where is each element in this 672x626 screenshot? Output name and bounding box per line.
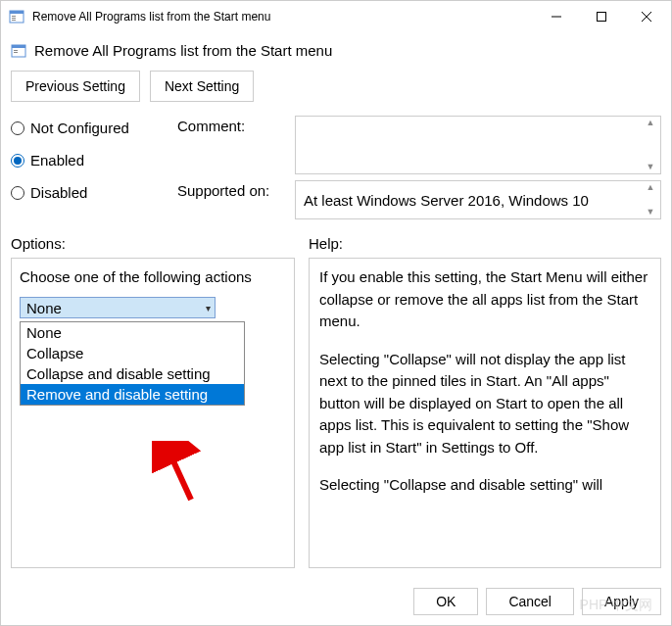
dropdown-list: None Collapse Collapse and disable setti… — [20, 321, 245, 406]
svg-rect-6 — [598, 13, 606, 22]
comment-label: Comment: — [177, 116, 285, 174]
comment-row: Comment: ▲▼ — [177, 116, 661, 174]
svg-rect-10 — [12, 45, 25, 48]
help-paragraph: Selecting "Collapse" will not display th… — [319, 349, 650, 459]
dropdown-item-remove-disable[interactable]: Remove and disable setting — [21, 384, 244, 405]
svg-rect-1 — [10, 11, 24, 14]
dialog-footer: OK Cancel Apply — [1, 578, 671, 625]
scroll-arrows: ▲▼ — [643, 181, 658, 218]
panel-labels: Options: Help: — [11, 235, 661, 252]
svg-rect-11 — [14, 50, 18, 51]
radio-label: Not Configured — [30, 120, 129, 136]
options-panel: Choose one of the following actions None… — [11, 258, 295, 568]
minimize-button[interactable] — [534, 1, 579, 32]
radio-icon — [11, 121, 24, 135]
svg-rect-12 — [14, 52, 18, 53]
ok-button[interactable]: OK — [413, 588, 478, 615]
svg-rect-2 — [12, 16, 16, 17]
svg-rect-4 — [12, 20, 16, 21]
next-setting-button[interactable]: Next Setting — [150, 71, 254, 102]
config-area: Not Configured Enabled Disabled Comment:… — [11, 116, 661, 219]
supported-value: At least Windows Server 2016, Windows 10 — [304, 192, 589, 209]
action-dropdown[interactable]: None ▾ — [20, 297, 216, 318]
svg-rect-3 — [12, 18, 16, 19]
app-icon — [9, 9, 24, 24]
cancel-button[interactable]: Cancel — [486, 588, 574, 615]
radio-label: Enabled — [30, 152, 84, 169]
policy-icon — [11, 43, 26, 59]
dropdown-item-collapse[interactable]: Collapse — [21, 343, 244, 363]
radio-icon — [11, 186, 24, 200]
radio-label: Disabled — [30, 184, 87, 201]
fields-column: Comment: ▲▼ Supported on: At least Windo… — [177, 116, 661, 219]
maximize-button[interactable] — [579, 1, 624, 32]
window-title: Remove All Programs list from the Start … — [32, 10, 534, 24]
options-prompt: Choose one of the following actions — [20, 268, 286, 285]
help-panel: If you enable this setting, the Start Me… — [309, 258, 661, 568]
policy-header: Remove All Programs list from the Start … — [11, 42, 661, 59]
supported-value-box: At least Windows Server 2016, Windows 10… — [295, 180, 661, 219]
dropdown-item-collapse-disable[interactable]: Collapse and disable setting — [21, 363, 244, 384]
help-label: Help: — [309, 235, 343, 252]
panels: Choose one of the following actions None… — [11, 258, 661, 568]
state-radio-group: Not Configured Enabled Disabled — [11, 116, 168, 219]
nav-buttons: Previous Setting Next Setting — [11, 71, 661, 102]
radio-not-configured[interactable]: Not Configured — [11, 120, 168, 136]
previous-setting-button[interactable]: Previous Setting — [11, 71, 140, 102]
help-paragraph: If you enable this setting, the Start Me… — [319, 266, 650, 333]
radio-enabled[interactable]: Enabled — [11, 152, 168, 169]
policy-title: Remove All Programs list from the Start … — [34, 42, 332, 59]
radio-disabled[interactable]: Disabled — [11, 184, 168, 201]
options-label: Options: — [11, 235, 295, 252]
content-area: Remove All Programs list from the Start … — [1, 32, 671, 578]
dropdown-item-none[interactable]: None — [21, 322, 244, 343]
chevron-down-icon: ▾ — [206, 303, 211, 313]
dialog-window: Remove All Programs list from the Start … — [0, 0, 672, 626]
help-paragraph: Selecting "Collapse and disable setting"… — [319, 474, 650, 497]
dropdown-selected: None — [26, 300, 62, 316]
comment-textarea[interactable]: ▲▼ — [295, 116, 661, 174]
close-button[interactable] — [624, 1, 669, 32]
apply-button[interactable]: Apply — [582, 588, 661, 615]
titlebar: Remove All Programs list from the Start … — [1, 1, 671, 32]
supported-label: Supported on: — [177, 180, 285, 219]
radio-icon — [11, 154, 24, 168]
scroll-arrows: ▲▼ — [643, 117, 658, 173]
supported-row: Supported on: At least Windows Server 20… — [177, 180, 661, 219]
